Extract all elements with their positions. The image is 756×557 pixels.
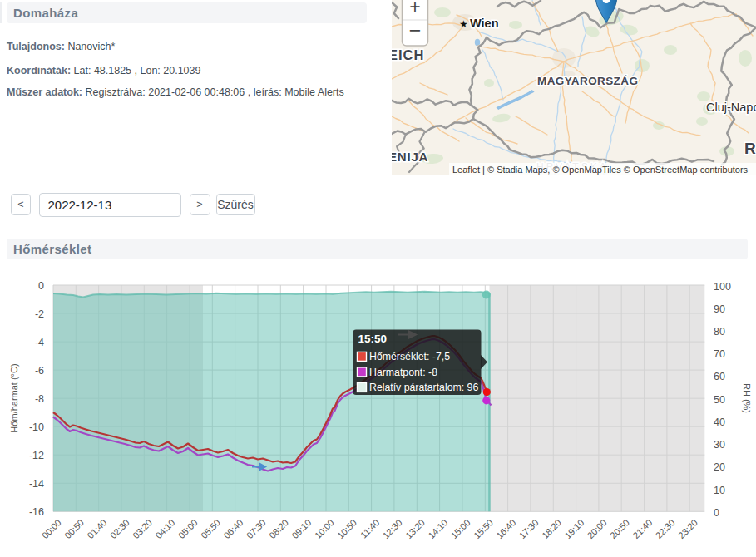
svg-text:03:20: 03:20: [131, 517, 154, 540]
svg-text:15:50: 15:50: [472, 517, 495, 540]
svg-text:10:50: 10:50: [335, 517, 358, 540]
svg-text:-8: -8: [35, 393, 44, 405]
svg-text:R: R: [744, 140, 756, 157]
svg-text:Hőm/harmat (°C): Hőm/harmat (°C): [9, 363, 19, 432]
svg-text:EICH: EICH: [392, 47, 424, 62]
svg-text:Relatív páratartalom: 96: Relatív páratartalom: 96: [369, 382, 478, 393]
svg-text:20:00: 20:00: [586, 517, 609, 540]
svg-text:09:10: 09:10: [289, 517, 313, 540]
svg-text:80: 80: [714, 326, 725, 338]
svg-text:RH (%): RH (%): [742, 383, 752, 413]
svg-text:05:00: 05:00: [176, 517, 200, 540]
svg-text:06:40: 06:40: [221, 517, 245, 540]
svg-text:04:10: 04:10: [153, 517, 176, 540]
svg-text:-2: -2: [35, 308, 44, 320]
svg-text:-12: -12: [29, 450, 44, 461]
svg-text:-4: -4: [35, 337, 44, 348]
svg-text:02:30: 02:30: [108, 517, 131, 540]
svg-text:90: 90: [714, 303, 725, 315]
svg-text:ENIJA: ENIJA: [392, 150, 428, 164]
svg-text:21:40: 21:40: [630, 517, 654, 540]
svg-text:Cluj-Napo: Cluj-Napo: [706, 101, 756, 114]
svg-text:22:30: 22:30: [654, 517, 677, 540]
svg-text:20: 20: [714, 461, 725, 473]
svg-text:08:20: 08:20: [267, 517, 290, 540]
svg-text:60: 60: [714, 371, 725, 382]
svg-text:15:50: 15:50: [358, 333, 388, 345]
svg-text:10: 10: [714, 485, 725, 496]
svg-text:01:40: 01:40: [86, 517, 109, 540]
svg-text:★: ★: [459, 18, 468, 30]
svg-text:17:30: 17:30: [517, 517, 541, 540]
svg-text:Harmatpont: -8: Harmatpont: -8: [369, 367, 437, 378]
svg-text:12:30: 12:30: [381, 517, 404, 540]
svg-text:20:50: 20:50: [608, 517, 631, 540]
svg-text:Hőmérséklet: -7,5: Hőmérséklet: -7,5: [369, 351, 450, 362]
svg-text:11:40: 11:40: [358, 517, 381, 540]
svg-text:-16: -16: [29, 506, 44, 518]
svg-text:70: 70: [714, 348, 725, 360]
svg-text:10:00: 10:00: [313, 517, 336, 540]
svg-text:MAGYARORSZÁG: MAGYARORSZÁG: [537, 75, 638, 87]
svg-text:50: 50: [714, 394, 725, 406]
svg-text:18:20: 18:20: [540, 517, 563, 540]
svg-text:00:00: 00:00: [40, 517, 63, 540]
svg-text:100: 100: [714, 281, 731, 293]
svg-text:15:00: 15:00: [449, 517, 472, 540]
svg-text:Wien: Wien: [470, 17, 499, 30]
svg-text:19:10: 19:10: [562, 517, 586, 540]
svg-text:0: 0: [38, 280, 44, 292]
svg-text:00:50: 00:50: [62, 517, 86, 540]
svg-text:+: +: [409, 0, 420, 17]
svg-text:16:40: 16:40: [494, 517, 517, 540]
svg-text:05:50: 05:50: [199, 517, 222, 540]
svg-text:Leaflet | © Stadia Maps, © Ope: Leaflet | © Stadia Maps, © OpenMapTiles …: [452, 165, 749, 175]
svg-text:−: −: [409, 18, 422, 42]
svg-text:-14: -14: [29, 478, 44, 490]
svg-text:13:20: 13:20: [403, 517, 427, 540]
svg-text:0: 0: [714, 507, 719, 519]
svg-text:14:10: 14:10: [426, 517, 449, 540]
svg-text:-10: -10: [29, 421, 44, 433]
svg-text:30: 30: [714, 439, 725, 451]
svg-text:40: 40: [714, 417, 725, 428]
svg-text:23:20: 23:20: [676, 517, 699, 540]
svg-text:-6: -6: [35, 365, 44, 377]
svg-text:07:30: 07:30: [245, 517, 268, 540]
